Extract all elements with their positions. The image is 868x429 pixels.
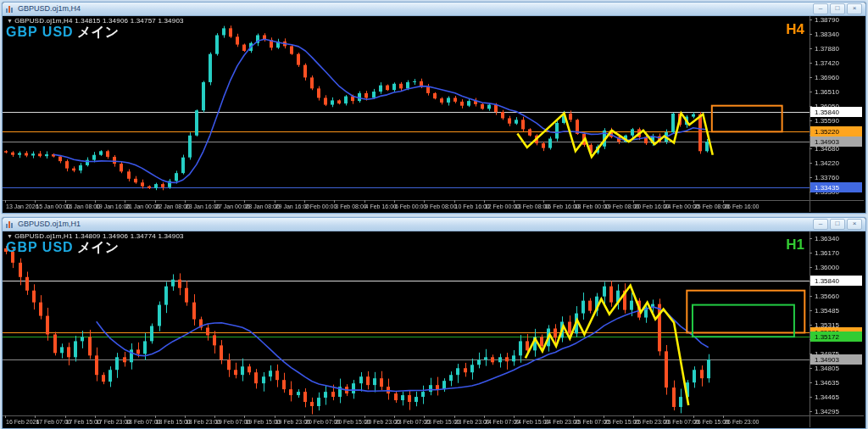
chart-area-h4: ▼GBPUSD.oj1m,H4 1.34815 1.34906 1.34757 … [3, 16, 864, 212]
window-titlebar-h4[interactable]: GBPUSD.oj1m,H4 – □ × [3, 3, 865, 16]
window-controls: – □ × [813, 3, 862, 14]
watermark-pair: GBP USD [6, 25, 74, 39]
watermark-suffix: メイン [77, 240, 119, 254]
chart-window-h1: GBPUSD.oj1m,H1 – □ × ▼GBPUSD.oj1m,H1 1.3… [2, 217, 866, 429]
close-icon[interactable]: × [847, 3, 862, 14]
watermark-suffix: メイン [77, 25, 119, 39]
window-titlebar-h1[interactable]: GBPUSD.oj1m,H1 – □ × [3, 218, 865, 231]
window-title: GBPUSD.oj1m,H4 [18, 3, 81, 15]
maximize-icon[interactable]: □ [830, 3, 845, 14]
chart-window-icon [6, 5, 14, 13]
window-title: GBPUSD.oj1m,H1 [18, 218, 81, 231]
h4-chart-canvas[interactable] [3, 16, 864, 212]
chart-watermark: GBP USD メイン [6, 24, 119, 42]
chart-area-h1: ▼GBPUSD.oj1m,H1 1.34809 1.34906 1.34774 … [3, 231, 864, 427]
minimize-icon[interactable]: – [813, 3, 828, 14]
maximize-icon[interactable]: □ [830, 219, 845, 230]
symbol-dropdown-icon[interactable]: ▼ [7, 233, 13, 239]
minimize-icon[interactable]: – [813, 219, 828, 230]
chart-window-h4: GBPUSD.oj1m,H4 – □ × ▼GBPUSD.oj1m,H4 1.3… [2, 2, 866, 214]
timeframe-badge-h4: H4 [786, 21, 804, 38]
window-controls: – □ × [813, 219, 862, 230]
symbol-dropdown-icon[interactable]: ▼ [7, 18, 13, 24]
close-icon[interactable]: × [847, 219, 862, 230]
chart-window-icon [6, 220, 14, 228]
chart-watermark: GBP USD メイン [6, 239, 119, 257]
h1-chart-canvas[interactable] [3, 231, 864, 427]
watermark-pair: GBP USD [6, 240, 74, 254]
timeframe-badge-h1: H1 [786, 237, 804, 254]
